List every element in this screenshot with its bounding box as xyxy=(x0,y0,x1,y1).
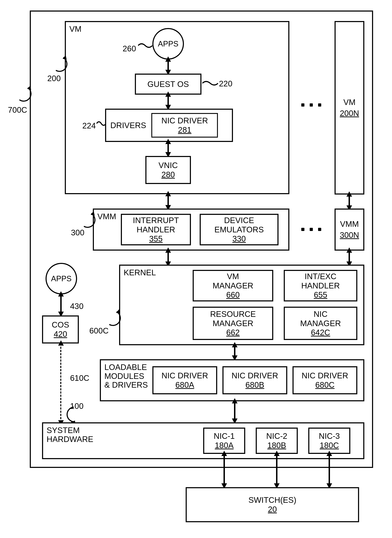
nic2-box: NIC-2 180B xyxy=(256,428,298,454)
arrow-head xyxy=(221,451,227,456)
nic-driver-680c-label: NIC DRIVER xyxy=(302,371,348,380)
ref-260: 260 xyxy=(123,44,136,53)
ref-220: 220 xyxy=(219,79,233,88)
nic3-box: NIC-3 180C xyxy=(308,428,350,454)
ref-224: 224 xyxy=(82,121,96,130)
ref-600c: 600C xyxy=(89,326,109,335)
vmm-n-box: VMM 300N xyxy=(335,208,364,250)
arrow-head xyxy=(165,139,171,144)
switch-box: SWITCH(ES) 20 xyxy=(186,487,359,522)
ellipsis-vm xyxy=(301,103,321,107)
vnic-label: VNIC xyxy=(159,161,178,170)
vm-n-title: VM xyxy=(344,98,355,107)
resource-manager-box: RESOURCEMANAGER 662 xyxy=(193,307,273,340)
arrow-nic1-switch xyxy=(224,454,225,486)
nic3-label: NIC-3 xyxy=(319,431,340,441)
arrow-head xyxy=(232,342,238,347)
ref-610c: 610C xyxy=(70,373,89,383)
cos-label: COS xyxy=(52,320,69,330)
arrow-head xyxy=(232,398,238,403)
nic-driver-680c: NIC DRIVER 680C xyxy=(293,366,357,394)
guest-os-label: GUEST OS xyxy=(148,80,189,89)
dashed-cos-hw xyxy=(60,344,61,422)
arrow-nic3-switch xyxy=(329,454,330,486)
nic-driver-680a: NIC DRIVER 680A xyxy=(152,366,217,394)
vmm-title: VMM xyxy=(97,212,116,221)
nic-manager-box: NICMANAGER 642C xyxy=(284,307,357,340)
nic1-label: NIC-1 xyxy=(214,431,235,441)
resource-manager-label: RESOURCEMANAGER xyxy=(210,310,256,328)
arrow-head xyxy=(346,247,352,253)
vm-apps-label: APPS xyxy=(158,39,178,48)
wave-260 xyxy=(138,42,152,49)
drivers-box: DRIVERS NIC DRIVER 281 xyxy=(105,109,233,142)
vm-manager-num: 660 xyxy=(226,290,240,299)
vnic-box: VNIC 280 xyxy=(145,156,191,184)
cos-box: COS 420 xyxy=(42,316,79,344)
nic-driver-680b-num: 680B xyxy=(245,380,264,390)
nic-manager-label: NICMANAGER xyxy=(300,310,341,328)
vm-apps-circle: APPS xyxy=(152,28,184,60)
int-exc-num: 655 xyxy=(314,290,327,299)
nic-manager-num: 642C xyxy=(311,328,330,337)
arrow-head xyxy=(165,247,171,253)
vm-n-box: VM 200N xyxy=(335,21,364,194)
nic2-label: NIC-2 xyxy=(266,431,287,441)
wave-220 xyxy=(202,80,218,87)
device-emulators-box: DEVICE EMULATORS 330 xyxy=(200,214,279,245)
arrow-head xyxy=(274,451,280,456)
nic-driver-680a-label: NIC DRIVER xyxy=(162,371,208,380)
resource-manager-num: 662 xyxy=(226,328,240,337)
drivers-label: DRIVERS xyxy=(110,121,146,130)
hw-title: SYSTEMHARDWARE xyxy=(47,426,93,444)
nic-driver-680b: NIC DRIVER 680B xyxy=(222,366,287,394)
int-exc-box: INT/EXCHANDLER 655 xyxy=(284,270,357,302)
nic-driver-label: NIC DRIVER xyxy=(162,116,208,125)
arrow-apps-cos xyxy=(60,294,62,314)
ref-300: 300 xyxy=(71,228,84,237)
kernel-title: KERNEL xyxy=(124,268,156,277)
cos-apps-circle: APPS xyxy=(46,263,77,294)
nic3-num: 180C xyxy=(320,441,339,450)
arrow-head xyxy=(165,91,171,97)
device-emulators-num: 330 xyxy=(233,234,246,243)
interrupt-handler-num: 355 xyxy=(149,234,163,243)
switch-num: 20 xyxy=(268,505,277,514)
arrow-head xyxy=(58,291,64,297)
ref-700c: 700C xyxy=(7,105,28,115)
vm-manager-label: VMMANAGER xyxy=(213,272,253,290)
interrupt-handler-box: INTERRUPT HANDLER 355 xyxy=(121,214,191,245)
ellipsis-vmm xyxy=(301,228,321,231)
vm-n-num: 200N xyxy=(340,109,359,118)
nic1-box: NIC-1 180A xyxy=(203,428,245,454)
cos-num: 420 xyxy=(54,330,67,339)
device-emulators-label: DEVICE EMULATORS xyxy=(201,216,277,234)
cos-apps-label: APPS xyxy=(51,274,71,283)
arrow-head xyxy=(165,57,171,62)
wave-224 xyxy=(97,120,106,127)
arrow-nic2-switch xyxy=(276,454,277,486)
nic-driver-680a-num: 680A xyxy=(175,380,194,390)
nic-driver-box: NIC DRIVER 281 xyxy=(151,113,218,137)
vm-manager-box: VMMANAGER 660 xyxy=(193,270,273,302)
int-exc-label: INT/EXCHANDLER xyxy=(301,272,340,290)
vm-title: VM xyxy=(69,24,81,33)
vmm-n-title: VMM xyxy=(340,219,359,229)
vmm-n-num: 300N xyxy=(340,231,359,240)
nic-driver-680b-label: NIC DRIVER xyxy=(232,371,278,380)
nic-driver-num: 281 xyxy=(178,125,191,135)
switch-label: SWITCH(ES) xyxy=(248,496,296,505)
interrupt-handler-label: INTERRUPT HANDLER xyxy=(122,216,190,234)
diagram-canvas: 700C VM 200 APPS 260 GUEST OS 220 DRIVER… xyxy=(7,10,385,528)
nic2-num: 180B xyxy=(267,441,286,450)
arrow-head xyxy=(165,191,171,196)
nic-driver-680c-num: 680C xyxy=(315,380,335,390)
arrow-head xyxy=(327,451,332,456)
ref-200: 200 xyxy=(47,74,61,83)
vnic-num: 280 xyxy=(162,170,175,179)
arrow-loadable-hw xyxy=(234,401,235,420)
nic1-num: 180A xyxy=(215,441,233,450)
arrow-head xyxy=(58,340,64,346)
arrow-head xyxy=(346,191,352,197)
loadable-title: LOADABLEMODULES& DRIVERS xyxy=(104,363,148,389)
